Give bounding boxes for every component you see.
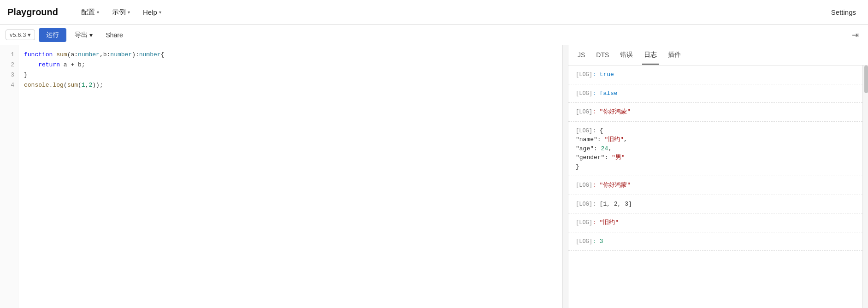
config-menu-button[interactable]: 配置 ▾ bbox=[77, 5, 104, 19]
log-tag-2: [LOG] bbox=[576, 90, 592, 97]
log-obj-gender: "gender": "男" bbox=[576, 153, 855, 162]
config-chevron-icon: ▾ bbox=[97, 10, 99, 15]
line-num-4: 4 bbox=[0, 80, 18, 90]
line-num-1: 1 bbox=[0, 50, 18, 60]
log-entry-6: [LOG]: [1, 2, 3] bbox=[568, 195, 862, 214]
help-chevron-icon: ▾ bbox=[159, 10, 161, 15]
scrollbar-thumb bbox=[864, 65, 868, 93]
toolbar-right: ⇥ bbox=[848, 28, 862, 42]
right-scrollbar[interactable] bbox=[862, 65, 868, 308]
log-obj-name: "name": "旧约", bbox=[576, 135, 855, 144]
log-value-2: : false bbox=[592, 90, 618, 97]
right-scrollbar-container: [LOG]: true [LOG]: false [LOG]: "你好鸿蒙" [… bbox=[568, 65, 868, 308]
examples-label: 示例 bbox=[112, 8, 126, 17]
log-value-1: : true bbox=[592, 71, 614, 78]
log-value-8: : 3 bbox=[592, 238, 603, 245]
examples-chevron-icon: ▾ bbox=[128, 10, 130, 15]
log-value-6: : [1, 2, 3] bbox=[592, 201, 632, 207]
expand-icon: ⇥ bbox=[852, 30, 859, 40]
tab-plugins[interactable]: 插件 bbox=[666, 46, 683, 65]
help-label: Help bbox=[143, 8, 157, 16]
log-entry-7: [LOG]: "旧约" bbox=[568, 213, 862, 232]
header: Playground 配置 ▾ 示例 ▾ Help ▾ Settings bbox=[0, 0, 868, 25]
code-editor[interactable]: function sum(a:number,b:number):number{ … bbox=[18, 45, 562, 308]
version-chevron-icon: ▾ bbox=[28, 31, 31, 38]
code-line-3: } bbox=[24, 70, 557, 80]
log-tag-4: [LOG] bbox=[576, 128, 592, 134]
export-label: 导出 bbox=[75, 31, 88, 39]
log-value-3: : "你好鸿蒙" bbox=[592, 108, 631, 115]
log-entry-2: [LOG]: false bbox=[568, 84, 862, 103]
line-num-2: 2 bbox=[0, 60, 18, 70]
log-tag-1: [LOG] bbox=[576, 71, 592, 78]
config-label: 配置 bbox=[81, 8, 95, 17]
help-menu-button[interactable]: Help ▾ bbox=[138, 6, 166, 19]
tab-js[interactable]: JS bbox=[576, 47, 587, 64]
app-title: Playground bbox=[7, 7, 58, 18]
line-numbers: 1 2 3 4 bbox=[0, 45, 18, 308]
log-obj-end: } bbox=[576, 162, 855, 172]
code-line-1: function sum(a:number,b:number):number{ bbox=[24, 50, 557, 60]
log-entry-8: [LOG]: 3 bbox=[568, 232, 862, 251]
log-tag-6: [LOG] bbox=[576, 201, 592, 207]
log-value-4-start: : { bbox=[592, 127, 603, 134]
tab-errors[interactable]: 错误 bbox=[618, 46, 635, 65]
run-button[interactable]: 运行 bbox=[39, 28, 66, 42]
log-output: [LOG]: true [LOG]: false [LOG]: "你好鸿蒙" [… bbox=[568, 65, 862, 308]
log-obj-age: "age": 24, bbox=[576, 144, 855, 154]
right-panel: JS DTS 错误 日志 插件 [LOG]: true [LOG]: false… bbox=[568, 45, 868, 308]
code-line-4: console.log(sum(1,2)); bbox=[24, 80, 557, 90]
export-button[interactable]: 导出 ▾ bbox=[70, 28, 97, 42]
right-tabs: JS DTS 错误 日志 插件 bbox=[568, 45, 868, 65]
version-label: v5.6.3 bbox=[10, 31, 26, 38]
examples-menu-button[interactable]: 示例 ▾ bbox=[107, 5, 135, 19]
toolbar: v5.6.3 ▾ 运行 导出 ▾ Share ⇥ bbox=[0, 25, 868, 45]
log-entry-4: [LOG]: { "name": "旧约", "age": 24, "gende… bbox=[568, 122, 862, 177]
log-entry-5: [LOG]: "你好鸿蒙" bbox=[568, 176, 862, 195]
log-tag-8: [LOG] bbox=[576, 238, 592, 245]
log-tag-5: [LOG] bbox=[576, 182, 592, 189]
export-chevron-icon: ▾ bbox=[89, 31, 93, 39]
header-nav: 配置 ▾ 示例 ▾ Help ▾ bbox=[77, 5, 827, 19]
main-content: 1 2 3 4 function sum(a:number,b:number):… bbox=[0, 45, 868, 308]
log-value-7: : "旧约" bbox=[592, 219, 619, 226]
log-value-5: : "你好鸿蒙" bbox=[592, 182, 631, 189]
line-num-3: 3 bbox=[0, 70, 18, 80]
log-tag-3: [LOG] bbox=[576, 109, 592, 115]
share-button[interactable]: Share bbox=[101, 29, 127, 41]
log-entry-3: [LOG]: "你好鸿蒙" bbox=[568, 103, 862, 122]
code-line-2: return a + b; bbox=[24, 60, 557, 70]
expand-button[interactable]: ⇥ bbox=[848, 28, 862, 42]
editor-scrollbar[interactable] bbox=[562, 45, 568, 308]
log-tag-7: [LOG] bbox=[576, 219, 592, 226]
log-entry-1: [LOG]: true bbox=[568, 65, 862, 84]
version-selector[interactable]: v5.6.3 ▾ bbox=[6, 30, 35, 40]
settings-button[interactable]: Settings bbox=[827, 6, 861, 19]
tab-dts[interactable]: DTS bbox=[594, 47, 611, 64]
tab-logs[interactable]: 日志 bbox=[642, 46, 659, 65]
editor-panel: 1 2 3 4 function sum(a:number,b:number):… bbox=[0, 45, 568, 308]
